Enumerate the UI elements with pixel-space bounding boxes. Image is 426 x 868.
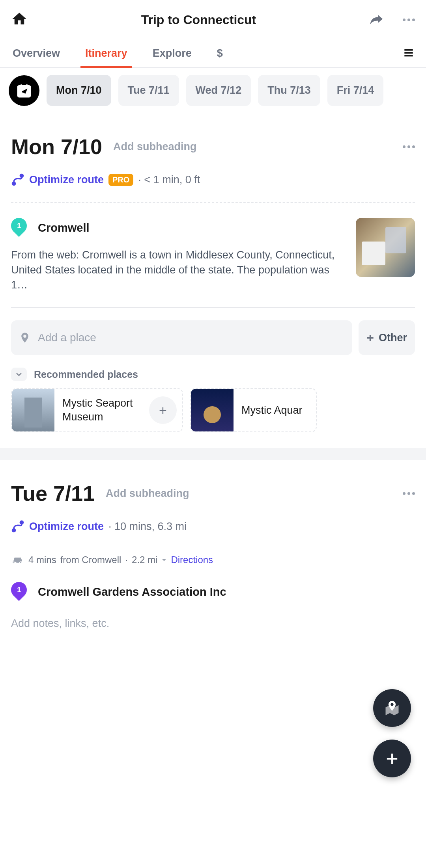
add-place-input[interactable]: Add a place xyxy=(11,320,352,355)
direction-time: 4 mins xyxy=(28,554,56,565)
trip-title: Trip to Connecticut xyxy=(28,13,370,27)
day-title: Tue 7/11 xyxy=(11,481,95,506)
day-more-icon[interactable] xyxy=(403,145,415,148)
more-icon[interactable] xyxy=(403,19,415,21)
place-item[interactable]: 1 Cromwell From the web: Cromwell is a t… xyxy=(11,203,415,308)
add-recommended-button[interactable]: + xyxy=(149,396,177,424)
place-item[interactable]: 1 Cromwell Gardens Association Inc Add n… xyxy=(11,582,415,630)
collapse-button[interactable] xyxy=(11,368,27,381)
add-notes[interactable]: Add notes, links, etc. xyxy=(11,617,415,630)
car-icon xyxy=(11,554,24,565)
date-pill-0[interactable]: Mon 7/10 xyxy=(47,75,111,106)
date-pill-3[interactable]: Thu 7/13 xyxy=(258,75,320,106)
day-title: Mon 7/10 xyxy=(11,134,102,159)
location-icon xyxy=(19,331,31,345)
recommended-name: Mystic Seaport Museum xyxy=(54,396,149,424)
day-more-icon[interactable] xyxy=(403,492,415,495)
calendar-button[interactable] xyxy=(9,75,39,106)
route-time: · 10 mins, 6.3 mi xyxy=(108,520,187,533)
chevron-down-icon xyxy=(16,372,22,376)
add-subheading[interactable]: Add subheading xyxy=(106,487,392,500)
direction-from: from Cromwell xyxy=(60,554,121,565)
direction-distance: 2.2 mi xyxy=(132,554,157,565)
directions-link[interactable]: Directions xyxy=(171,554,213,565)
svg-rect-1 xyxy=(404,52,413,54)
other-button[interactable]: + Other xyxy=(359,320,415,355)
place-description: From the web: Cromwell is a town in Midd… xyxy=(11,248,348,292)
tab-itinerary[interactable]: Itinerary xyxy=(84,39,129,67)
plus-icon: + xyxy=(366,331,374,344)
recommended-card[interactable]: Mystic Seaport Museum + xyxy=(11,388,183,432)
svg-point-5 xyxy=(20,175,23,177)
share-icon[interactable] xyxy=(370,12,403,28)
tab-budget[interactable]: $ xyxy=(215,39,224,67)
pro-badge: PRO xyxy=(108,174,133,186)
route-icon xyxy=(11,173,24,186)
place-name: Cromwell xyxy=(38,221,90,234)
menu-icon[interactable] xyxy=(402,46,415,61)
optimize-route-link[interactable]: Optimize route xyxy=(29,520,104,533)
home-icon[interactable] xyxy=(11,11,28,29)
tab-overview[interactable]: Overview xyxy=(11,39,62,67)
pin-icon: 1 xyxy=(11,582,27,602)
chevron-down-icon[interactable] xyxy=(161,558,167,562)
svg-rect-2 xyxy=(404,55,413,56)
add-place-placeholder: Add a place xyxy=(38,331,96,344)
date-pill-1[interactable]: Tue 7/11 xyxy=(118,75,179,106)
svg-point-6 xyxy=(13,529,15,532)
route-time: · < 1 min, 0 ft xyxy=(138,174,200,186)
date-pill-2[interactable]: Wed 7/12 xyxy=(186,75,251,106)
recommended-image xyxy=(12,389,54,431)
add-subheading[interactable]: Add subheading xyxy=(113,141,392,153)
optimize-route-link[interactable]: Optimize route xyxy=(29,174,104,186)
place-name: Cromwell Gardens Association Inc xyxy=(38,585,226,598)
svg-rect-0 xyxy=(404,49,413,50)
section-divider xyxy=(0,448,426,460)
place-image xyxy=(356,218,415,277)
tab-explore[interactable]: Explore xyxy=(151,39,193,67)
pin-icon: 1 xyxy=(11,218,27,238)
recommended-card[interactable]: Mystic Aquar xyxy=(190,388,317,432)
recommended-name: Mystic Aquar xyxy=(234,403,310,417)
svg-point-7 xyxy=(20,521,23,524)
recommended-label: Recommended places xyxy=(34,369,138,380)
svg-point-4 xyxy=(13,182,15,185)
date-pill-4[interactable]: Fri 7/14 xyxy=(327,75,384,106)
recommended-image xyxy=(191,389,234,431)
route-icon xyxy=(11,520,24,533)
